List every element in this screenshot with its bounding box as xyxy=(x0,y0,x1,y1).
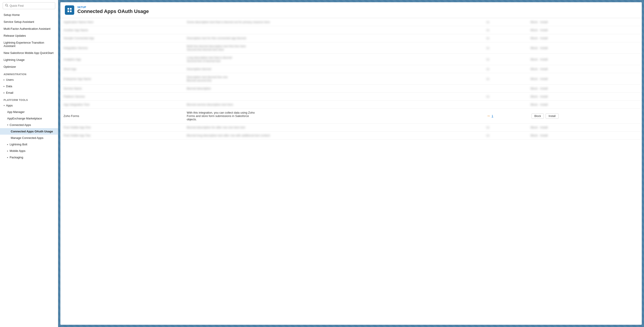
cell-desc: Some description text that is blurred ou… xyxy=(184,18,483,26)
cell-name: Post Visible App One xyxy=(60,124,184,132)
chevron-lightning-bolt-icon xyxy=(7,143,8,146)
cell-users: 11 xyxy=(483,34,528,42)
cell-users: 11 xyxy=(483,54,528,65)
cell-name: Short App xyxy=(60,65,184,73)
header-icon xyxy=(65,5,74,15)
sidebar-item-new-sf-mobile[interactable]: New Salesforce Mobile App QuickStart xyxy=(0,50,58,56)
cell-desc xyxy=(184,92,483,101)
sidebar-item-setup-home[interactable]: Setup Home xyxy=(0,12,58,18)
table-row: Post Visible App Two Blurred long descri… xyxy=(60,132,642,140)
sidebar-group-users-label: Users xyxy=(6,78,14,82)
cell-users: 11 xyxy=(483,18,528,26)
content-area: Application Name Here Some description t… xyxy=(60,18,642,325)
cell-name: Another App Name xyxy=(60,26,184,34)
chevron-apps-icon xyxy=(4,104,5,107)
table-row: Another App Name 11 Block Install xyxy=(60,26,642,34)
zoho-forms-name: Zoho Forms xyxy=(60,109,184,124)
chevron-connected-apps-icon xyxy=(7,124,8,126)
section-label-administration: ADMINISTRATION xyxy=(0,70,58,76)
cell-actions: Block Install xyxy=(528,65,642,73)
page-title: Connected Apps OAuth Usage xyxy=(77,8,149,14)
users-count-link[interactable]: 1 xyxy=(492,114,493,118)
cell-desc: Blurred description for after row one he… xyxy=(184,124,483,132)
cell-actions: Block Install xyxy=(528,18,642,26)
cell-name: Integration Service xyxy=(60,42,184,54)
cell-desc: Multi line blurred description text firs… xyxy=(184,42,483,54)
cell-actions: Block Install xyxy=(528,26,642,34)
cell-name: Service Name xyxy=(60,84,184,92)
cell-desc: Blurred long description text after row … xyxy=(184,132,483,140)
cell-actions: Block Install xyxy=(528,42,642,54)
cell-desc: Description text for this connected app … xyxy=(184,34,483,42)
cell-desc: Blurred service description text here xyxy=(184,101,483,109)
sidebar-item-mfa[interactable]: Multi-Factor Authentication Assistant xyxy=(0,25,58,32)
cell-users: 11 xyxy=(483,124,528,132)
search-box[interactable] xyxy=(3,2,55,9)
zoho-forms-row: Zoho Forms With this integration, you ca… xyxy=(60,109,642,124)
cell-name: Post Visible App Two xyxy=(60,132,184,140)
svg-rect-2 xyxy=(68,8,69,10)
chevron-packaging-icon xyxy=(7,156,8,158)
sidebar-group-data[interactable]: Data xyxy=(0,83,58,90)
cell-name: Enterprise App Name xyxy=(60,73,184,84)
table-row: Platform Service 11 Block Install xyxy=(60,92,642,101)
cell-name: Application Name Here xyxy=(60,18,184,26)
section-label-platform-tools: PLATFORM TOOLS xyxy=(0,96,58,102)
cell-actions: Block Install xyxy=(528,101,642,109)
cell-actions: Block Install xyxy=(528,84,642,92)
cell-users: 11 xyxy=(483,65,528,73)
chevron-mobile-apps-icon xyxy=(7,150,8,152)
cell-desc xyxy=(184,26,483,34)
content-wrapper: SETUP Connected Apps OAuth Usage Applica… xyxy=(60,2,642,325)
table-row: Application Name Here Some description t… xyxy=(60,18,642,26)
sidebar-item-connected-apps-oauth[interactable]: Connected Apps OAuth Usage xyxy=(0,128,58,135)
svg-rect-3 xyxy=(70,8,72,10)
sidebar-item-release-updates[interactable]: Release Updates xyxy=(0,32,58,39)
oauth-table: Application Name Here Some description t… xyxy=(60,18,642,140)
search-input[interactable] xyxy=(10,4,53,8)
table-row: Service Name Blurred description Block I… xyxy=(60,84,642,92)
sidebar-item-lightning-bolt-label: Lightning Bolt xyxy=(10,143,27,146)
cell-actions: Block Install xyxy=(528,92,642,101)
arrow-right-icon: → xyxy=(486,114,490,118)
table-row: Post Visible App One Blurred description… xyxy=(60,124,642,132)
sidebar-item-appexchange[interactable]: AppExchange Marketplace xyxy=(0,115,58,122)
cell-name: Sample Connected App xyxy=(60,34,184,42)
zoho-forms-actions: Block Install xyxy=(528,109,642,124)
cell-users: 11 xyxy=(483,26,528,34)
sidebar-item-optimizer[interactable]: Optimizer xyxy=(0,63,58,70)
install-button[interactable]: Install xyxy=(546,114,558,119)
sidebar-item-mobile-apps-label: Mobile Apps xyxy=(10,149,26,152)
sidebar-group-connected-apps[interactable]: Connected Apps xyxy=(0,122,58,128)
table-row: Analytics App Long description text that… xyxy=(60,54,642,65)
sidebar-group-packaging[interactable]: Packaging xyxy=(0,154,58,160)
sidebar-group-apps[interactable]: Apps xyxy=(0,102,58,109)
table-row: Enterprise App Name Description text blu… xyxy=(60,73,642,84)
cell-actions: Block Install xyxy=(528,73,642,84)
setup-label: SETUP xyxy=(77,6,149,8)
sidebar-group-data-label: Data xyxy=(6,84,12,88)
sidebar-item-service-setup[interactable]: Service Setup Assistant xyxy=(0,18,58,25)
cell-users: 11 xyxy=(483,73,528,84)
zoho-forms-users: → 1 xyxy=(483,109,528,124)
sidebar-item-lightning-usage[interactable]: Lightning Usage xyxy=(0,56,58,63)
sidebar-item-manage-connected-apps[interactable]: Manage Connected Apps xyxy=(0,135,58,141)
sidebar-group-email[interactable]: Email xyxy=(0,90,58,96)
svg-point-0 xyxy=(5,4,8,6)
table-row: Integration Service Multi line blurred d… xyxy=(60,42,642,54)
table-row: Short App Description blurred 11 Block I… xyxy=(60,65,642,73)
sidebar-item-app-manager[interactable]: App Manager xyxy=(0,109,58,115)
chevron-email-icon xyxy=(4,92,5,94)
sidebar-group-lightning-bolt[interactable]: Lightning Bolt xyxy=(0,141,58,148)
cell-name: App Integration Tool xyxy=(60,101,184,109)
cell-actions: Block Install xyxy=(528,124,642,132)
zoho-forms-description: With this integration, you can collect d… xyxy=(184,109,483,124)
sidebar-group-email-label: Email xyxy=(6,91,14,94)
sidebar-group-mobile-apps[interactable]: Mobile Apps xyxy=(0,148,58,154)
cell-actions: Block Install xyxy=(528,34,642,42)
sidebar-item-lightning-transition[interactable]: Lightning Experience Transition Assistan… xyxy=(0,39,58,50)
table-row: Sample Connected App Description text fo… xyxy=(60,34,642,42)
block-button[interactable]: Block xyxy=(532,114,544,119)
sidebar-group-users[interactable]: Users xyxy=(0,76,58,83)
cell-actions: Block Install xyxy=(528,54,642,65)
